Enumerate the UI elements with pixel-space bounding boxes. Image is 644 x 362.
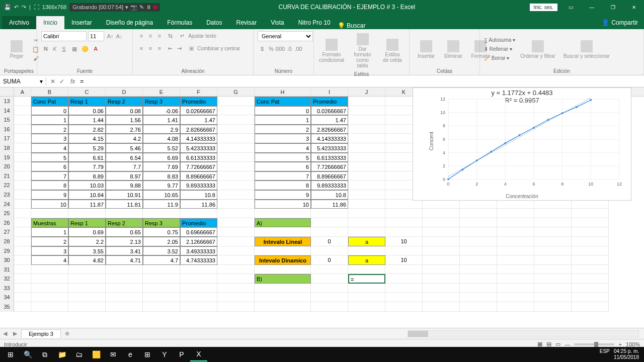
- cell-I28[interactable]: 0: [311, 237, 348, 246]
- cell-P29[interactable]: [572, 246, 609, 256]
- row-header[interactable]: 27: [0, 227, 14, 237]
- cell-F22[interactable]: 9.89333333: [180, 180, 217, 190]
- cell-N33[interactable]: [497, 284, 534, 293]
- cell-A20[interactable]: [14, 162, 31, 171]
- cell-J19[interactable]: [348, 153, 385, 162]
- cell-I25[interactable]: [311, 209, 348, 218]
- cell-E15[interactable]: 1.41: [143, 115, 180, 125]
- cell-F16[interactable]: 2.82666667: [180, 125, 217, 134]
- cell-F26[interactable]: Promedio: [180, 218, 217, 228]
- cell-H29[interactable]: [255, 246, 311, 256]
- record-dot-icon[interactable]: [153, 6, 157, 9]
- col-header-G[interactable]: G: [217, 87, 255, 96]
- cell-A30[interactable]: [14, 255, 31, 265]
- cell-J16[interactable]: [348, 125, 385, 134]
- tab-view[interactable]: Vista: [264, 16, 291, 29]
- cell-E18[interactable]: 5.52: [143, 143, 180, 153]
- minimize-icon[interactable]: —: [582, 0, 602, 14]
- cell-D34[interactable]: [106, 293, 143, 302]
- cell-J20[interactable]: [348, 162, 385, 171]
- col-header-A[interactable]: A: [14, 87, 31, 96]
- cell-L26[interactable]: [423, 218, 460, 228]
- cell-B16[interactable]: 2: [31, 125, 68, 134]
- cell-F24[interactable]: 11.86: [180, 200, 217, 209]
- cell-F25[interactable]: [180, 209, 217, 218]
- cell-G16[interactable]: [217, 125, 255, 134]
- cell-P30[interactable]: [572, 255, 609, 265]
- cell-C34[interactable]: [68, 293, 106, 302]
- cell-H13[interactable]: Conc Pat: [255, 97, 311, 106]
- cell-D28[interactable]: 2.13: [106, 237, 143, 246]
- zoom-level[interactable]: 100%: [626, 341, 640, 347]
- row-header[interactable]: 14: [0, 106, 14, 116]
- cell-K25[interactable]: [385, 209, 423, 218]
- cell-O32[interactable]: [534, 274, 572, 284]
- cell-H25[interactable]: [255, 209, 311, 218]
- sort-button[interactable]: Ordenar y filtrar: [517, 38, 558, 61]
- row-header[interactable]: 24: [0, 200, 14, 209]
- add-sheet-icon[interactable]: ⊕: [61, 330, 73, 337]
- search-icon[interactable]: 🔍: [19, 347, 36, 361]
- cell-E32[interactable]: [143, 274, 180, 284]
- cell-B23[interactable]: 9: [31, 190, 68, 200]
- row-header[interactable]: 28: [0, 237, 14, 246]
- cell-H21[interactable]: 7: [255, 171, 311, 181]
- cell-K31[interactable]: [385, 265, 423, 275]
- cell-M25[interactable]: [460, 209, 497, 218]
- app2-icon[interactable]: 🗂: [70, 347, 88, 361]
- cell-G26[interactable]: [217, 218, 255, 228]
- ribbon-opts-icon[interactable]: ▭: [560, 0, 581, 14]
- cell-C14[interactable]: 0.06: [68, 106, 106, 116]
- delete-button[interactable]: Eliminar: [441, 38, 466, 61]
- cell-E13[interactable]: Resp 3: [143, 97, 180, 106]
- cell-A31[interactable]: [14, 265, 31, 275]
- cell-G21[interactable]: [217, 171, 255, 181]
- cell-D35[interactable]: [106, 302, 143, 312]
- row-header[interactable]: 34: [0, 293, 14, 302]
- cell-N35[interactable]: [497, 302, 534, 312]
- cell-C20[interactable]: 7.79: [68, 162, 106, 171]
- cell-D31[interactable]: [106, 265, 143, 275]
- tab-nitro[interactable]: Nitro Pro 10: [291, 16, 338, 29]
- fx-icon[interactable]: fx: [68, 78, 77, 85]
- cell-H17[interactable]: 3: [255, 134, 311, 143]
- cell-J29[interactable]: [348, 246, 385, 256]
- cell-C25[interactable]: [68, 209, 106, 218]
- cell-C33[interactable]: [68, 284, 106, 293]
- cell-G18[interactable]: [217, 143, 255, 153]
- cell-F19[interactable]: 6.61333333: [180, 153, 217, 162]
- redo-icon[interactable]: ↷: [22, 4, 26, 11]
- cell-I34[interactable]: [311, 293, 348, 302]
- cell-A27[interactable]: [14, 227, 31, 237]
- hscrollbar[interactable]: [408, 330, 639, 337]
- cell-H16[interactable]: 2: [255, 125, 311, 134]
- find-button[interactable]: Buscar y seleccionar: [560, 38, 613, 61]
- tab-insert[interactable]: Insertar: [64, 16, 99, 29]
- cell-J23[interactable]: [348, 190, 385, 200]
- cell-A26[interactable]: [14, 218, 31, 228]
- cell-H34[interactable]: [255, 293, 311, 302]
- cell-P25[interactable]: [572, 209, 609, 218]
- cell-G13[interactable]: [217, 97, 255, 106]
- zoom-slider[interactable]: [574, 343, 614, 345]
- cell-A21[interactable]: [14, 171, 31, 181]
- cell-O34[interactable]: [534, 293, 572, 302]
- cell-D29[interactable]: 3.41: [106, 246, 143, 256]
- cell-D27[interactable]: 0.65: [106, 227, 143, 237]
- cell-A14[interactable]: [14, 106, 31, 116]
- cell-D22[interactable]: 9.88: [106, 180, 143, 190]
- cell-I13[interactable]: Promedio: [311, 97, 348, 106]
- cell-F21[interactable]: 8.89666667: [180, 171, 217, 181]
- chart[interactable]: y = 1.1772x + 0.4483 R² = 0.9957 Concent…: [413, 87, 631, 201]
- cell-A23[interactable]: [14, 190, 31, 200]
- cell-C22[interactable]: 10.03: [68, 180, 106, 190]
- cell-C16[interactable]: 2.82: [68, 125, 106, 134]
- cell-I24[interactable]: 11.86: [311, 200, 348, 209]
- cell-I21[interactable]: 8.89666667: [311, 171, 348, 181]
- cell-E27[interactable]: 0.75: [143, 227, 180, 237]
- cell-D33[interactable]: [106, 284, 143, 293]
- cell-E23[interactable]: 10.65: [143, 190, 180, 200]
- cell-B21[interactable]: 7: [31, 171, 68, 181]
- cell-J33[interactable]: [348, 284, 385, 293]
- cell-C26[interactable]: Resp 1: [68, 218, 106, 228]
